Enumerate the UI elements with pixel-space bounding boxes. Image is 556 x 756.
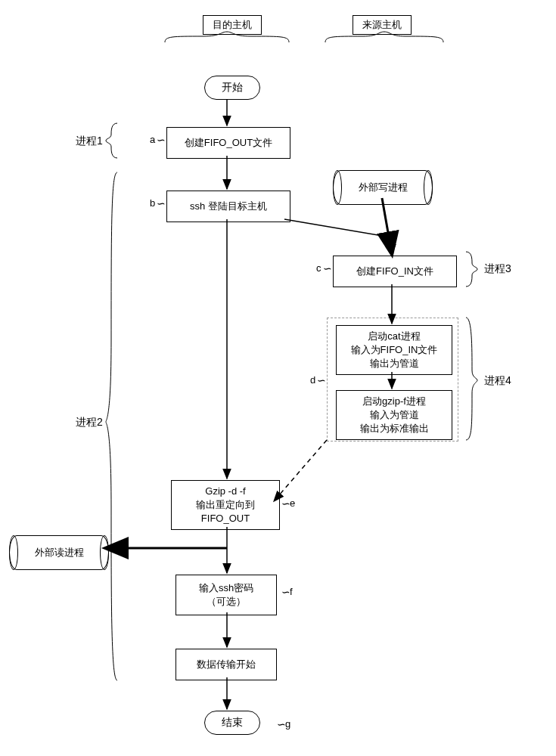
label-process4: 进程4 <box>484 374 511 388</box>
node-ext-read: 外部读进程 <box>9 535 109 570</box>
node-ext-write: 外部写进程 <box>333 170 433 205</box>
flowchart-canvas: 目的主机 来源主机 开始 创建FIFO_OUT文件 a ∽ ssh 登陆目标主机… <box>0 0 556 756</box>
header-dest: 目的主机 <box>203 15 262 35</box>
arrows-overlay <box>0 0 556 756</box>
node-c: 创建FIFO_IN文件 <box>333 256 457 287</box>
tilde-e: ∽ <box>281 497 290 510</box>
label-process1: 进程1 <box>76 135 103 148</box>
node-d-cat: 启动cat进程 输入为FIFO_IN文件 输出为管道 <box>336 325 452 375</box>
text-d2: 输入为FIFO_IN文件 <box>351 343 438 357</box>
node-f: 输入ssh密码 （可选） <box>175 575 277 615</box>
text-d3: 输出为管道 <box>370 357 419 370</box>
header-src: 来源主机 <box>353 15 412 35</box>
label-end: g <box>285 718 290 730</box>
text-d1: 启动cat进程 <box>368 330 420 343</box>
text-e3: FIFO_OUT <box>201 512 250 525</box>
text-d5: 输入为管道 <box>370 408 419 422</box>
tilde-f: ∽ <box>281 586 290 598</box>
tilde-c: ∽ <box>323 262 332 274</box>
label-d: d <box>310 374 315 386</box>
text-f1: 输入ssh密码 <box>199 581 253 595</box>
label-c: c <box>316 262 321 274</box>
node-end: 结束 <box>204 711 260 735</box>
node-g: 数据传输开始 <box>175 649 277 680</box>
svg-line-6 <box>382 198 392 254</box>
node-start: 开始 <box>204 76 260 100</box>
node-e: Gzip -d -f 输出重定向到 FIFO_OUT <box>171 480 280 530</box>
tilde-a: ∽ <box>157 134 166 146</box>
text-d6: 输出为标准输出 <box>360 422 429 435</box>
node-d-gzip: 启动gzip-f进程 输入为管道 输出为标准输出 <box>336 390 452 440</box>
text-f2: （可选） <box>207 595 246 609</box>
node-b: ssh 登陆目标主机 <box>166 191 290 222</box>
label-process2: 进程2 <box>76 416 103 429</box>
node-a: 创建FIFO_OUT文件 <box>166 127 290 159</box>
text-d4: 启动gzip-f进程 <box>362 395 426 408</box>
label-a: a <box>150 134 155 145</box>
tilde-b: ∽ <box>157 197 166 209</box>
label-e: e <box>290 497 295 509</box>
label-b: b <box>150 197 155 209</box>
text-e2: 输出重定向到 <box>196 498 255 512</box>
label-process3: 进程3 <box>484 262 511 276</box>
tilde-end: ∽ <box>277 718 286 730</box>
tilde-d: ∽ <box>317 374 326 386</box>
text-e1: Gzip -d -f <box>205 485 245 498</box>
